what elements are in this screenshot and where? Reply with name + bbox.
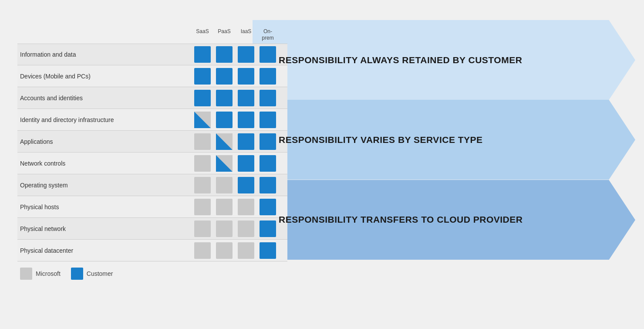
cell-0-1: [213, 44, 235, 65]
microsoft-cell: [194, 133, 211, 150]
customer-cell: [260, 242, 276, 259]
cell-8-1: [213, 218, 235, 240]
microsoft-cell: [216, 199, 233, 215]
table-row: Operating system: [17, 174, 287, 196]
legend-box-gray: [20, 268, 32, 280]
customer-cell: [238, 90, 254, 106]
cell-9-1: [213, 240, 235, 261]
row-label-5: Network controls: [17, 160, 192, 167]
row-label-9: Physical datacenter: [17, 247, 192, 254]
table-row: Accounts and identities: [17, 87, 287, 109]
arrow-label-transfers: RESPONSIBILITY TRANSFERS TO CLOUD PROVID…: [253, 214, 557, 225]
row-cells-3: [192, 109, 279, 131]
cell-7-1: [213, 196, 235, 218]
cell-1-2: [235, 65, 257, 87]
cell-5-2: [235, 153, 257, 174]
table-rows: Information and dataDevices (Mobile and …: [17, 44, 287, 261]
cell-0-0: [192, 44, 213, 65]
customer-cell: [260, 177, 276, 193]
row-cells-2: [192, 87, 279, 109]
microsoft-cell: [194, 220, 211, 237]
customer-cell: [216, 112, 233, 128]
microsoft-cell: [238, 220, 254, 237]
cell-4-1: [213, 131, 235, 153]
row-label-0: Information and data: [17, 51, 192, 58]
legend-label-gray: Microsoft: [36, 270, 61, 277]
arrow-label-always: RESPONSIBILITY ALWAYS RETAINED BY CUSTOM…: [253, 55, 557, 65]
microsoft-cell: [238, 199, 254, 215]
cell-6-3: [257, 174, 279, 196]
cell-6-0: [192, 174, 213, 196]
table-row: Network controls: [17, 153, 287, 174]
customer-cell: [260, 90, 276, 106]
cell-8-0: [192, 218, 213, 240]
cell-2-0: [192, 87, 213, 109]
customer-cell: [216, 46, 233, 63]
row-cells-9: [192, 240, 279, 261]
cell-3-1: [213, 109, 235, 131]
customer-cell: [194, 68, 211, 85]
split-cell-icon: [194, 112, 211, 128]
microsoft-cell: [194, 177, 211, 193]
cell-3-2: [235, 109, 257, 131]
cell-5-1: [213, 153, 235, 174]
row-label-7: Physical hosts: [17, 204, 192, 210]
customer-cell: [238, 46, 254, 63]
customer-cell: [194, 46, 211, 63]
cell-3-0: [192, 109, 213, 131]
split-cell-icon: [216, 155, 233, 172]
customer-cell: [260, 199, 276, 215]
cell-9-0: [192, 240, 213, 261]
cell-9-2: [235, 240, 257, 261]
customer-cell: [260, 155, 276, 172]
cell-6-2: [235, 174, 257, 196]
row-label-2: Accounts and identities: [17, 95, 192, 102]
cell-1-3: [257, 65, 279, 87]
cell-6-1: [213, 174, 235, 196]
microsoft-cell: [194, 242, 211, 259]
microsoft-cell: [194, 199, 211, 215]
arrow-always: RESPONSIBILITY ALWAYS RETAINED BY CUSTOM…: [253, 20, 635, 100]
customer-cell: [216, 90, 233, 106]
microsoft-cell: [216, 242, 233, 259]
customer-cell: [216, 68, 233, 85]
slide: SaaSPaaSIaaSOn-prem Information and data…: [0, 0, 644, 329]
row-cells-6: [192, 174, 279, 196]
cell-5-0: [192, 153, 213, 174]
legend-box-blue: [71, 268, 83, 280]
customer-cell: [238, 155, 254, 172]
row-label-1: Devices (Mobile and PCs): [17, 73, 192, 80]
row-label-8: Physical network: [17, 225, 192, 232]
cell-2-3: [257, 87, 279, 109]
row-cells-5: [192, 153, 279, 174]
cell-3-3: [257, 109, 279, 131]
row-label-6: Operating system: [17, 182, 192, 189]
customer-cell: [238, 177, 254, 193]
arrow-transfers: RESPONSIBILITY TRANSFERS TO CLOUD PROVID…: [253, 180, 635, 260]
table-header: SaaSPaaSIaaSOn-prem: [17, 24, 287, 44]
cell-7-0: [192, 196, 213, 218]
cell-1-0: [192, 65, 213, 87]
cell-4-0: [192, 131, 213, 153]
col-header-saas: SaaS: [192, 28, 213, 41]
table-row: Applications: [17, 131, 287, 153]
customer-cell: [260, 112, 276, 128]
table-row: Information and data: [17, 44, 287, 65]
customer-cell: [194, 90, 211, 106]
table-row: Physical datacenter: [17, 240, 287, 261]
arrow-varies: RESPONSIBILITY VARIES BY SERVICE TYPE: [253, 100, 635, 180]
legend: MicrosoftCustomer: [17, 268, 627, 280]
cell-5-3: [257, 153, 279, 174]
table-row: Physical hosts: [17, 196, 287, 218]
col-header-paas: PaaS: [213, 28, 235, 41]
customer-cell: [238, 112, 254, 128]
row-label-3: Identity and directory infrastructure: [17, 116, 192, 123]
col-header-iaas: IaaS: [235, 28, 257, 41]
customer-cell: [238, 68, 254, 85]
legend-item-gray: Microsoft: [20, 268, 61, 280]
row-cells-1: [192, 65, 279, 87]
column-headers: SaaSPaaSIaaSOn-prem: [192, 28, 279, 41]
table-section: SaaSPaaSIaaSOn-prem Information and data…: [17, 24, 287, 261]
split-cell-icon: [216, 133, 233, 150]
table-row: Devices (Mobile and PCs): [17, 65, 287, 87]
